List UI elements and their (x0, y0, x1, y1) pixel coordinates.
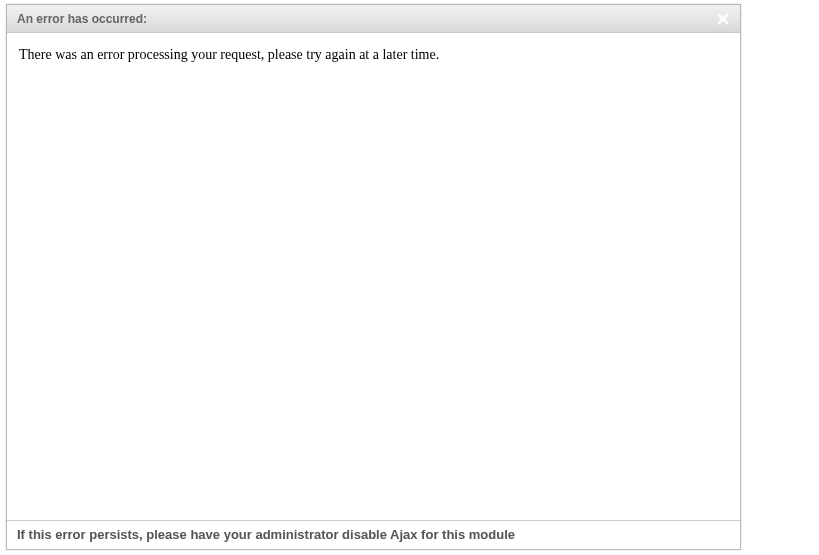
error-message: There was an error processing your reque… (19, 47, 728, 63)
dialog-titlebar: An error has occurred: (7, 5, 740, 33)
footer-message: If this error persists, please have your… (17, 527, 515, 542)
dialog-title: An error has occurred: (17, 12, 147, 26)
close-button[interactable] (714, 10, 732, 28)
dialog-footer: If this error persists, please have your… (7, 520, 740, 548)
close-icon (717, 13, 729, 25)
error-dialog: An error has occurred: There was an erro… (6, 4, 741, 550)
dialog-content: There was an error processing your reque… (7, 33, 740, 520)
